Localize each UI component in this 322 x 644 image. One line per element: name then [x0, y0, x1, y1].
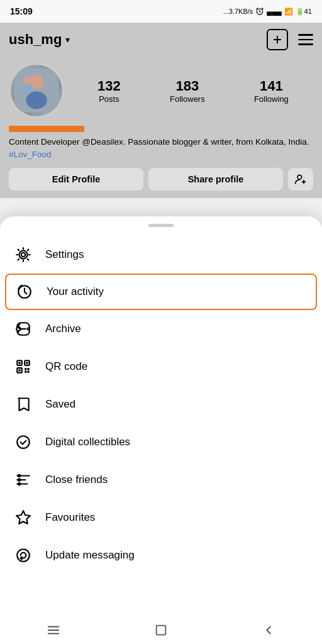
favourites-icon: [14, 508, 33, 527]
signal-bars: ▄▄▄: [267, 8, 281, 15]
nav-menu-icon[interactable]: [47, 623, 60, 637]
digital-collectibles-icon: [14, 433, 33, 452]
svg-point-22: [17, 436, 30, 448]
menu-item-update-messaging[interactable]: Update messaging: [0, 536, 322, 574]
bottom-nav: [0, 616, 322, 644]
menu-item-digital-collectibles[interactable]: Digital collectibles: [0, 423, 322, 461]
saved-label: Saved: [45, 398, 75, 411]
sheet-handle: [148, 224, 174, 227]
qr-code-label: QR code: [45, 360, 87, 373]
update-messaging-icon: [14, 546, 33, 565]
svg-point-8: [19, 251, 28, 259]
svg-point-5: [23, 84, 33, 93]
edit-profile-button[interactable]: Edit Profile: [9, 168, 143, 191]
nav-back-icon[interactable]: [262, 623, 275, 637]
menu-item-favourites[interactable]: Favourites: [0, 499, 322, 536]
close-friends-icon: [14, 470, 33, 489]
svg-rect-15: [26, 362, 28, 364]
stats-row: 132 Posts 183 Followers 141 Following: [73, 78, 313, 104]
new-post-button[interactable]: [267, 29, 288, 50]
profile-info: 132 Posts 183 Followers 141 Following: [9, 57, 313, 122]
plus-icon: [272, 34, 283, 45]
followers-label: Followers: [170, 94, 205, 104]
posts-count: 132: [97, 78, 121, 94]
nav-icons-group: [267, 29, 313, 50]
alarm-icon: [255, 7, 264, 16]
following-stat[interactable]: 141 Following: [254, 78, 289, 104]
menu-button[interactable]: [298, 34, 313, 45]
archive-icon: [14, 319, 33, 338]
highlight-bar: [9, 126, 84, 132]
svg-rect-21: [28, 371, 30, 373]
posts-label: Posts: [99, 94, 119, 104]
svg-rect-18: [25, 368, 26, 370]
svg-rect-19: [28, 368, 30, 370]
svg-point-26: [18, 474, 21, 477]
archive-label: Archive: [45, 323, 81, 335]
followers-count: 183: [176, 78, 199, 94]
username: ush_mg: [9, 31, 62, 48]
close-friends-label: Close friends: [45, 474, 108, 486]
username-row[interactable]: ush_mg ▾: [9, 31, 70, 48]
menu-item-your-activity[interactable]: Your activity: [5, 274, 317, 310]
avatar[interactable]: [9, 63, 64, 118]
network-indicator: ...3.7KB/s: [223, 8, 253, 15]
svg-point-29: [17, 549, 30, 562]
menu-list: Settings Your activity: [0, 232, 322, 578]
action-buttons: Edit Profile Share profile: [9, 168, 313, 198]
settings-label: Settings: [45, 248, 84, 261]
menu-item-archive[interactable]: Archive: [0, 310, 322, 348]
svg-point-6: [297, 175, 302, 179]
bio: Content Developer @Deasilex. Passionate …: [9, 136, 313, 168]
posts-stat[interactable]: 132 Posts: [97, 78, 121, 104]
bio-hashtag[interactable]: #Lov_Food: [9, 150, 52, 159]
settings-icon: [14, 245, 33, 264]
top-nav: ush_mg ▾: [9, 23, 313, 57]
share-profile-button[interactable]: Share profile: [148, 168, 283, 191]
digital-collectibles-label: Digital collectibles: [45, 436, 130, 448]
svg-rect-33: [157, 626, 166, 635]
status-time: 15:09: [10, 6, 33, 16]
update-messaging-label: Update messaging: [45, 549, 135, 562]
menu-item-qr-code[interactable]: QR code: [0, 348, 322, 386]
saved-icon: [14, 395, 33, 414]
followers-stat[interactable]: 183 Followers: [170, 78, 205, 104]
chevron-down-icon: ▾: [65, 35, 70, 45]
menu-item-settings[interactable]: Settings: [0, 236, 322, 274]
your-activity-icon: [15, 282, 34, 301]
favourites-label: Favourites: [45, 511, 95, 524]
bottom-sheet: Settings Your activity: [0, 216, 322, 644]
svg-point-7: [21, 253, 26, 257]
wifi-icon: 📶: [284, 8, 293, 16]
avatar-image: [14, 69, 58, 113]
add-person-button[interactable]: [288, 168, 313, 191]
menu-item-close-friends[interactable]: Close friends: [0, 461, 322, 499]
svg-point-3: [26, 91, 47, 109]
following-count: 141: [260, 78, 283, 94]
battery-icon: 🔋41: [296, 8, 312, 16]
svg-point-28: [18, 482, 21, 486]
your-activity-label: Your activity: [47, 286, 104, 298]
nav-home-icon[interactable]: [154, 623, 168, 637]
menu-item-saved[interactable]: Saved: [0, 386, 322, 423]
status-icons: ...3.7KB/s ▄▄▄ 📶 🔋41: [223, 7, 312, 16]
following-label: Following: [254, 94, 289, 104]
svg-rect-20: [25, 371, 26, 373]
svg-point-27: [18, 478, 21, 481]
bio-text: Content Developer @Deasilex. Passionate …: [9, 137, 309, 147]
svg-rect-13: [18, 362, 20, 364]
add-person-icon: [294, 173, 307, 186]
qr-code-icon: [14, 357, 33, 376]
svg-rect-17: [18, 369, 20, 371]
